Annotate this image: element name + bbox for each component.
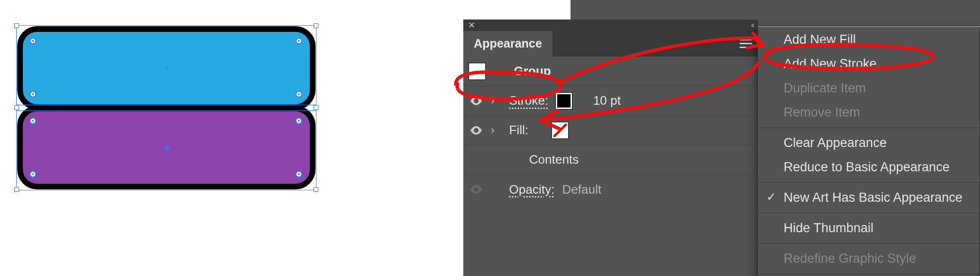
stroke-weight-value[interactable]: 10 pt: [593, 93, 621, 108]
corner-widget[interactable]: [30, 38, 36, 44]
center-marker-bottom: [165, 146, 169, 149]
appearance-panel: ✕ ‹‹ Appearance Group › Stroke: 10 pt: [463, 20, 758, 276]
visibility-icon[interactable]: [469, 97, 483, 105]
corner-widget[interactable]: [30, 118, 36, 124]
menu-clear-appearance[interactable]: Clear Appearance: [758, 131, 980, 155]
group-thumbnail[interactable]: [469, 63, 485, 79]
stroke-label[interactable]: Stroke:: [509, 93, 548, 108]
corner-widget[interactable]: [296, 38, 302, 44]
menu-duplicate-item: Duplicate Item: [758, 76, 980, 100]
appearance-flyout-menu: Add New Fill Add New Stroke Duplicate It…: [757, 27, 980, 276]
canvas-area[interactable]: ×: [0, 0, 462, 276]
selection-handle[interactable]: [314, 23, 318, 28]
corner-widget[interactable]: [30, 171, 36, 177]
opacity-value: Default: [562, 182, 601, 197]
selection-handle[interactable]: [14, 23, 19, 28]
selection-handle[interactable]: [314, 187, 318, 192]
group-label: Group: [514, 64, 551, 79]
appearance-fill-row[interactable]: › Fill:: [463, 116, 758, 145]
fill-label: Fill:: [509, 123, 528, 138]
menu-separator: [758, 213, 980, 213]
menu-new-art-basic[interactable]: ✓ New Art Has Basic Appearance: [758, 186, 980, 210]
stroke-swatch[interactable]: [556, 93, 572, 109]
checkmark-icon: ✓: [766, 190, 776, 204]
panel-tab-row: Appearance: [463, 31, 758, 57]
corner-widget[interactable]: [296, 171, 302, 177]
appearance-opacity-row[interactable]: › Opacity: Default: [463, 175, 758, 204]
menu-item-label: New Art Has Basic Appearance: [784, 190, 962, 205]
close-icon[interactable]: ✕: [468, 20, 475, 30]
opacity-label[interactable]: Opacity:: [509, 182, 554, 197]
menu-separator: [758, 274, 980, 274]
menu-hide-thumbnail[interactable]: Hide Thumbnail: [758, 216, 980, 240]
center-marker-top: ×: [165, 66, 170, 71]
selection-handle[interactable]: [14, 187, 19, 192]
svg-rect-2: [740, 47, 752, 48]
selected-group[interactable]: ×: [17, 26, 316, 189]
corner-widget[interactable]: [296, 118, 302, 124]
menu-reduce-basic[interactable]: Reduce to Basic Appearance: [758, 155, 980, 179]
expand-icon[interactable]: ›: [491, 124, 501, 137]
tab-appearance[interactable]: Appearance: [463, 31, 552, 57]
menu-add-new-fill[interactable]: Add New Fill: [758, 28, 980, 52]
appearance-stroke-row[interactable]: › Stroke: 10 pt: [463, 86, 758, 116]
fill-swatch[interactable]: [552, 122, 568, 138]
visibility-icon[interactable]: [469, 126, 483, 135]
panel-titlebar: ✕ ‹‹: [463, 20, 758, 31]
corner-widget[interactable]: [30, 91, 36, 98]
expand-icon[interactable]: ›: [491, 95, 501, 107]
menu-redefine-style: Redefine Graphic Style: [758, 246, 980, 271]
svg-rect-0: [740, 39, 752, 40]
svg-rect-1: [740, 43, 752, 44]
menu-separator: [758, 128, 980, 128]
corner-widget[interactable]: [296, 91, 302, 98]
appearance-contents-row[interactable]: Contents: [463, 145, 758, 175]
menu-add-new-stroke[interactable]: Add New Stroke: [758, 52, 980, 76]
menu-separator: [758, 243, 980, 244]
selection-handle[interactable]: [14, 105, 19, 110]
contents-label: Contents: [529, 152, 579, 167]
visibility-icon[interactable]: [469, 185, 483, 194]
selection-handle[interactable]: [314, 105, 318, 110]
menu-separator: [758, 182, 980, 183]
collapse-icon[interactable]: ‹‹: [751, 21, 753, 30]
menu-remove-item: Remove Item: [758, 100, 980, 125]
panel-menu-icon[interactable]: [734, 31, 758, 57]
appearance-group-row[interactable]: Group: [463, 57, 758, 86]
